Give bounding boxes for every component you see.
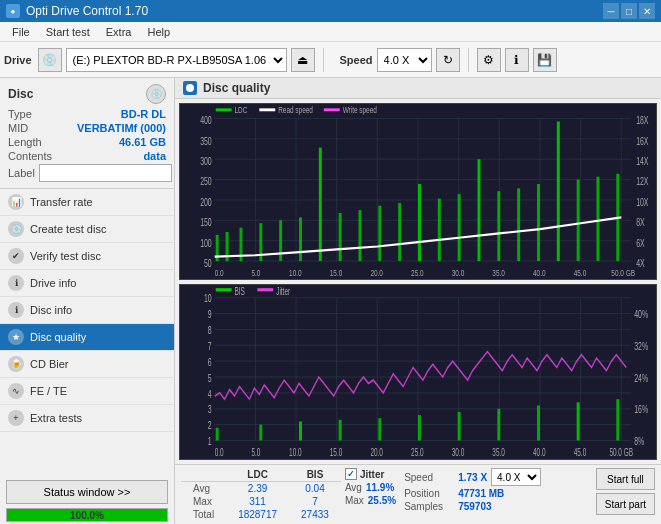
disc-label-label: Label	[8, 167, 35, 179]
disc-contents-value: data	[143, 150, 166, 162]
disc-info-icon: ℹ	[8, 302, 24, 318]
sidebar-item-drive-info[interactable]: ℹ Drive info	[0, 270, 174, 297]
sidebar-item-create-test-disc[interactable]: 💿 Create test disc	[0, 216, 174, 243]
jitter-max-val: 25.5%	[368, 495, 396, 506]
speed-select[interactable]: 4.0 X 1.0 X 2.0 X 6.0 X 8.0 X	[377, 48, 432, 72]
svg-text:15.0: 15.0	[330, 446, 343, 458]
toolbar: Drive 💿 (E:) PLEXTOR BD-R PX-LB950SA 1.0…	[0, 42, 661, 78]
stats-row-avg: Avg 2.39 0.04	[181, 482, 341, 496]
disc-type-value: BD-R DL	[121, 108, 166, 120]
disc-mid-row: MID VERBATIMf (000)	[8, 122, 166, 134]
jitter-area: ✓ Jitter Avg 11.9% Max 25.5%	[345, 468, 396, 506]
speed-label-stat: Speed	[404, 472, 454, 483]
svg-rect-35	[497, 191, 500, 261]
progress-bar-container: 100.0%	[6, 508, 168, 522]
svg-text:250: 250	[200, 176, 212, 188]
svg-text:45.0: 45.0	[574, 267, 587, 278]
position-row: Position 47731 MB	[404, 488, 541, 499]
sidebar-item-cd-bier[interactable]: 🍺 CD Bier	[0, 351, 174, 378]
toolbar-separator-2	[468, 48, 469, 72]
eject-button[interactable]: ⏏	[291, 48, 315, 72]
maximize-button[interactable]: □	[621, 3, 637, 19]
svg-text:8: 8	[208, 324, 212, 336]
jitter-avg-val: 11.9%	[366, 482, 394, 493]
menu-help[interactable]: Help	[139, 24, 178, 40]
svg-text:7: 7	[208, 340, 212, 352]
svg-rect-102	[458, 411, 461, 440]
disc-contents-label: Contents	[8, 150, 52, 162]
close-button[interactable]: ✕	[639, 3, 655, 19]
sidebar-item-transfer-rate[interactable]: 📊 Transfer rate	[0, 189, 174, 216]
drive-label: Drive	[4, 54, 32, 66]
drive-icon: 💿	[38, 48, 62, 72]
sidebar-verify-test-disc-label: Verify test disc	[30, 250, 101, 262]
settings-button[interactable]: ⚙	[477, 48, 501, 72]
disc-quality-header: Disc quality	[175, 78, 661, 99]
stats-total-bis: 27433	[289, 508, 341, 521]
chart2-container: 10 9 8 7 6 5 4 3 2 1 40% 32% 24% 16% 8	[179, 284, 657, 461]
samples-label: Samples	[404, 501, 454, 512]
jitter-label: Jitter	[360, 469, 384, 480]
svg-text:9: 9	[208, 308, 212, 320]
svg-text:30.0: 30.0	[452, 446, 465, 458]
disc-length-row: Length 46.61 GB	[8, 136, 166, 148]
disc-quality-header-icon	[183, 81, 197, 95]
start-part-button[interactable]: Start part	[596, 493, 655, 515]
stats-col-bis: BIS	[289, 468, 341, 482]
svg-text:0.0: 0.0	[215, 446, 224, 458]
svg-text:30.0: 30.0	[452, 267, 465, 278]
svg-text:350: 350	[200, 135, 212, 147]
jitter-checkbox[interactable]: ✓	[345, 468, 357, 480]
speed-select-stat[interactable]: 4.0 X 1.0 X 2.0 X	[491, 468, 541, 486]
svg-rect-105	[577, 402, 580, 440]
svg-text:32%: 32%	[634, 340, 648, 352]
svg-text:Read speed: Read speed	[278, 105, 313, 116]
svg-point-0	[186, 84, 194, 92]
sidebar-item-fe-te[interactable]: ∿ FE / TE	[0, 378, 174, 405]
disc-label-row: Label 🔍	[8, 164, 166, 182]
svg-text:10.0: 10.0	[289, 267, 302, 278]
menu-start-test[interactable]: Start test	[38, 24, 98, 40]
svg-text:20.0: 20.0	[370, 446, 383, 458]
sidebar-menu: 📊 Transfer rate 💿 Create test disc ✔ Ver…	[0, 189, 174, 476]
disc-label-input[interactable]	[39, 164, 172, 182]
speed-value: 1.73 X	[458, 472, 487, 483]
status-window-button[interactable]: Status window >>	[6, 480, 168, 504]
sidebar-disc-quality-label: Disc quality	[30, 331, 86, 343]
sidebar-item-verify-test-disc[interactable]: ✔ Verify test disc	[0, 243, 174, 270]
title-bar-left: ● Opti Drive Control 1.70	[6, 4, 148, 18]
svg-rect-106	[616, 399, 619, 440]
svg-rect-73	[324, 108, 340, 111]
svg-rect-25	[299, 217, 302, 261]
svg-text:1: 1	[208, 435, 212, 447]
sidebar-item-disc-info[interactable]: ℹ Disc info	[0, 297, 174, 324]
svg-rect-28	[359, 210, 362, 261]
svg-rect-37	[537, 184, 540, 261]
svg-text:10.0: 10.0	[289, 446, 302, 458]
svg-rect-38	[557, 121, 560, 261]
refresh-button[interactable]: ↻	[436, 48, 460, 72]
drive-select[interactable]: (E:) PLEXTOR BD-R PX-LB950SA 1.06	[66, 48, 287, 72]
start-full-button[interactable]: Start full	[596, 468, 655, 490]
stats-avg-label: Avg	[181, 482, 226, 496]
sidebar-item-extra-tests[interactable]: + Extra tests	[0, 405, 174, 432]
sidebar-extra-tests-label: Extra tests	[30, 412, 82, 424]
info-button[interactable]: ℹ	[505, 48, 529, 72]
disc-length-value: 46.61 GB	[119, 136, 166, 148]
disc-contents-row: Contents data	[8, 150, 166, 162]
create-test-disc-icon: 💿	[8, 221, 24, 237]
sidebar-cd-bier-label: CD Bier	[30, 358, 69, 370]
sidebar-item-disc-quality[interactable]: ★ Disc quality	[0, 324, 174, 351]
svg-text:400: 400	[200, 115, 212, 127]
stats-total-ldc: 1828717	[226, 508, 289, 521]
menu-file[interactable]: File	[4, 24, 38, 40]
sidebar: Disc 💿 Type BD-R DL MID VERBATIMf (000) …	[0, 78, 175, 524]
minimize-button[interactable]: ─	[603, 3, 619, 19]
svg-text:35.0: 35.0	[492, 267, 505, 278]
svg-text:50.0 GB: 50.0 GB	[611, 267, 635, 278]
save-button[interactable]: 💾	[533, 48, 557, 72]
svg-text:45.0: 45.0	[574, 446, 587, 458]
svg-text:150: 150	[200, 217, 212, 229]
svg-rect-39	[577, 180, 580, 261]
menu-extra[interactable]: Extra	[98, 24, 140, 40]
